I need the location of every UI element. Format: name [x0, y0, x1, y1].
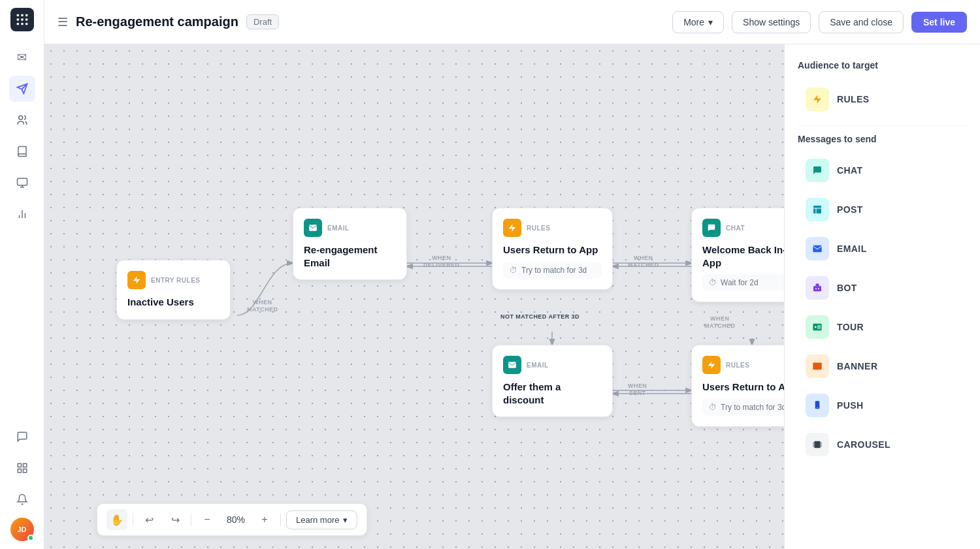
svg-point-35	[818, 288, 819, 289]
entry-rules-node[interactable]: ENTRY RULES Inactive Users	[116, 260, 231, 320]
divider-2	[191, 513, 191, 526]
panel-item-push[interactable]: PUSH	[798, 387, 967, 424]
panel-item-bot[interactable]: BOT	[798, 270, 967, 306]
rules-audience-icon	[806, 87, 829, 111]
sidebar-item-messages[interactable]	[9, 170, 35, 196]
svg-rect-45	[814, 441, 820, 448]
panel-item-banner[interactable]: BANNER	[798, 348, 967, 384]
show-settings-button[interactable]: Show settings	[732, 11, 811, 33]
status-badge: Draft	[246, 14, 279, 29]
sidebar-item-add-apps[interactable]	[9, 455, 35, 481]
svg-rect-0	[16, 14, 18, 16]
panel-item-post[interactable]: POST	[798, 191, 967, 228]
push-panel-icon	[806, 394, 829, 417]
svg-rect-4	[21, 18, 23, 20]
chat-node[interactable]: CHAT Welcome Back In-App ⏱ Wait for 2d	[691, 208, 784, 302]
chevron-down-icon-2: ▾	[343, 515, 348, 525]
connector-when-matched-rules1: WHENMATCHED	[628, 255, 659, 269]
panel-item-email[interactable]: EMAIL	[798, 230, 967, 267]
sidebar-item-contacts[interactable]	[9, 107, 35, 133]
topbar: ☰ Re-engagement campaign Draft More ▾ Sh…	[44, 0, 980, 44]
svg-rect-3	[16, 18, 18, 20]
svg-point-37	[815, 326, 817, 328]
clock-icon: ⏱	[510, 266, 517, 275]
carousel-panel-icon	[806, 433, 829, 456]
svg-rect-16	[18, 469, 21, 473]
svg-marker-28	[708, 361, 715, 369]
flow-canvas[interactable]: WHENMATCHED WHENDELIVERED WHENMATCHED NO…	[44, 44, 784, 549]
panel-item-chat[interactable]: CHAT	[798, 152, 967, 189]
sidebar-item-chat[interactable]	[9, 424, 35, 450]
redo-button[interactable]: ↪	[165, 509, 186, 530]
main-content: ☰ Re-engagement campaign Draft More ▾ Sh…	[44, 0, 980, 549]
svg-marker-26	[133, 276, 140, 284]
menu-icon[interactable]: ☰	[57, 15, 68, 29]
clock-icon-2: ⏱	[709, 278, 717, 287]
zoom-out-button[interactable]: −	[197, 509, 218, 530]
rules-icon-1	[503, 219, 521, 237]
svg-marker-27	[509, 224, 516, 232]
svg-rect-15	[23, 463, 26, 467]
divider-1	[133, 513, 133, 526]
chat-sub: ⏱ Wait for 2d	[702, 274, 784, 291]
svg-marker-29	[813, 95, 821, 103]
svg-point-9	[18, 116, 22, 119]
banner-panel-icon	[806, 354, 829, 378]
chat-panel-icon	[806, 159, 829, 182]
post-panel-icon	[806, 198, 829, 221]
bottom-toolbar: ✋ ↩ ↪ − 80% + Learn more ▾	[97, 503, 367, 536]
svg-rect-1	[21, 14, 23, 16]
rules-node-1[interactable]: RULES Users Return to App ⏱ Try to match…	[492, 208, 613, 290]
email-panel-icon	[806, 237, 829, 260]
email-node-2[interactable]: EMAIL Offer them a discount	[492, 345, 613, 417]
canvas-container: WHENMATCHED WHENDELIVERED WHENMATCHED NO…	[44, 44, 980, 549]
audience-section-title: Audience to target	[798, 60, 967, 71]
connector-when-matched-entry: WHENMATCHED	[247, 299, 278, 313]
online-status-dot	[27, 535, 34, 541]
sidebar-item-campaigns[interactable]	[9, 76, 35, 102]
svg-rect-10	[17, 178, 27, 185]
svg-rect-14	[18, 463, 21, 467]
campaign-title: Re-engagement campaign	[76, 14, 238, 29]
svg-rect-7	[21, 23, 23, 25]
svg-rect-5	[25, 18, 27, 20]
rules-node-2[interactable]: RULES Users Return to App ⏱ Try to match…	[691, 345, 784, 427]
connector-when-sent: WHENSENT	[628, 383, 647, 397]
panel-item-carousel[interactable]: CAROUSEL	[798, 426, 967, 463]
learn-more-button[interactable]: Learn more ▾	[286, 510, 357, 529]
hand-tool-button[interactable]: ✋	[106, 509, 127, 530]
chevron-down-icon: ▾	[708, 17, 713, 27]
sidebar-item-reports[interactable]	[9, 201, 35, 227]
connector-not-matched: NOT MATCHED AFTER 3D	[500, 313, 580, 321]
email-icon-1	[304, 219, 322, 237]
save-close-button[interactable]: Save and close	[819, 11, 904, 33]
left-sidebar: ✉ JD	[0, 0, 44, 549]
undo-button[interactable]: ↩	[139, 509, 159, 530]
svg-point-44	[817, 407, 817, 408]
sidebar-item-notifications[interactable]	[9, 486, 35, 512]
zoom-in-button[interactable]: +	[254, 509, 275, 530]
email-node-1[interactable]: EMAIL Re-engagement Email	[293, 208, 407, 280]
panel-rules-audience[interactable]: RULES	[798, 81, 967, 118]
set-live-button[interactable]: Set live	[911, 12, 967, 33]
divider-3	[280, 513, 281, 526]
svg-rect-17	[23, 469, 26, 473]
node-header: ENTRY RULES	[127, 271, 220, 289]
messages-section-title: Messages to send	[798, 134, 967, 144]
zoom-level: 80%	[223, 514, 249, 525]
panel-item-tour[interactable]: TOUR	[798, 309, 967, 345]
rules-icon-2	[702, 356, 721, 374]
clock-icon-3: ⏱	[709, 403, 717, 412]
user-avatar[interactable]: JD	[10, 518, 34, 541]
sidebar-item-inbox[interactable]: ✉	[9, 44, 35, 71]
svg-rect-30	[813, 206, 821, 213]
sidebar-item-knowledge[interactable]	[9, 138, 35, 165]
panel-rules-label: RULES	[837, 94, 870, 104]
svg-rect-2	[25, 14, 27, 16]
more-button[interactable]: More ▾	[672, 11, 724, 33]
entry-rules-icon	[127, 271, 146, 289]
bot-panel-icon	[806, 276, 829, 300]
app-logo	[10, 8, 34, 31]
svg-rect-42	[813, 363, 821, 365]
rules1-sub: ⏱ Try to match for 3d	[503, 262, 602, 279]
